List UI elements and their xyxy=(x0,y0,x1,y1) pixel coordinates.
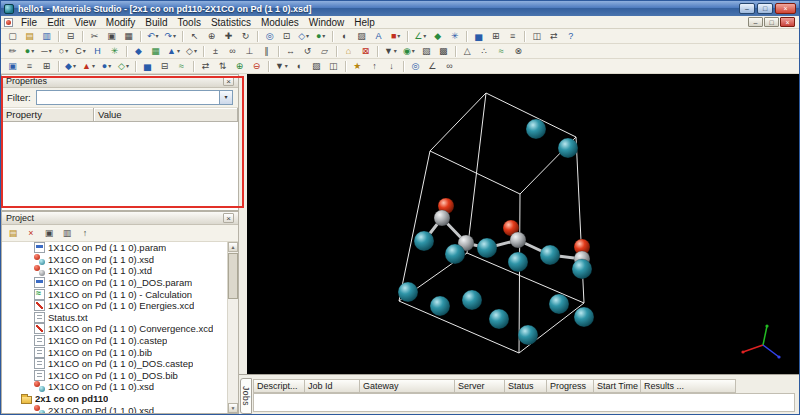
tree-item[interactable]: 1X1CO on Pd (1 1 0).xsd xyxy=(2,254,227,266)
tree-item[interactable]: 1X1CO on Pd (1 1 0) - Calculation xyxy=(2,288,227,300)
add-item-button[interactable]: ⊕ xyxy=(232,60,247,73)
more-tools-dropdown[interactable]: ▼▾ xyxy=(382,45,399,58)
grid-button[interactable]: ▨ xyxy=(309,60,324,73)
constraint-button[interactable]: ⊥ xyxy=(242,45,257,58)
text-viewer-button[interactable]: ≡ xyxy=(505,30,520,43)
bond-type-button[interactable]: ∞ xyxy=(225,45,240,58)
menu-window[interactable]: Window xyxy=(304,16,350,29)
tree-item[interactable]: 1X1CO on Pd (1 1 0) Convergence.xcd xyxy=(2,323,227,335)
forcite-dropdown[interactable]: ◇▾ xyxy=(116,60,131,73)
tree-item[interactable]: 2X1CO on Pd (1 1 0).xsd xyxy=(2,404,227,413)
menu-edit[interactable]: Edit xyxy=(42,16,69,29)
jobs-column-descript[interactable]: Descript... xyxy=(253,379,305,393)
pan-tool[interactable]: ✚ xyxy=(221,30,236,43)
tree-item[interactable]: Status.txt xyxy=(2,312,227,324)
scroll-down-icon[interactable]: ▼ xyxy=(228,403,238,413)
nanostructure-dropdown[interactable]: ▲▾ xyxy=(165,45,182,58)
child-restore-button[interactable]: □ xyxy=(764,17,779,27)
cut-button[interactable]: ✂ xyxy=(87,30,102,43)
clean-structure-button[interactable]: ✳ xyxy=(107,45,122,58)
tree-item[interactable]: 1X1CO on Pd (1 1 0).param xyxy=(2,242,227,254)
properties-panel-header[interactable]: Properties × xyxy=(2,75,238,88)
symmetry-button[interactable]: ◆ xyxy=(430,30,445,43)
new-document-button[interactable]: ▢ xyxy=(5,30,20,43)
geometry-button[interactable]: ∠ xyxy=(425,60,440,73)
menu-view[interactable]: View xyxy=(69,16,101,29)
print-button[interactable]: ⊟ xyxy=(63,30,78,43)
compare-button[interactable]: ⇄ xyxy=(198,60,213,73)
jobs-column-job-id[interactable]: Job Id xyxy=(305,379,360,393)
menu-statistics[interactable]: Statistics xyxy=(206,16,256,29)
title-bar[interactable]: hello1 - Materials Studio - [2x1 co on p… xyxy=(1,1,799,16)
copy-button[interactable]: ▣ xyxy=(104,30,119,43)
charge-button[interactable]: ± xyxy=(208,45,223,58)
jobs-column-results[interactable]: Results ... xyxy=(641,379,736,393)
label-button[interactable]: A xyxy=(371,30,386,43)
fragment-browser-button[interactable]: ⌂ xyxy=(341,45,356,58)
collapse-all-button[interactable]: ↑ xyxy=(77,226,93,240)
properties-close-icon[interactable]: × xyxy=(223,76,234,86)
value-column-header[interactable]: Value xyxy=(94,108,238,122)
filter-dropdown[interactable]: ▾ xyxy=(36,90,233,105)
layout-button[interactable]: ◫ xyxy=(326,60,341,73)
symmetry-dropdown[interactable]: ◇▾ xyxy=(184,45,199,58)
pattern-button[interactable]: ▧ xyxy=(419,45,434,58)
fit-view-button[interactable]: ⊡ xyxy=(279,30,294,43)
child-minimize-button[interactable]: – xyxy=(748,17,763,27)
help-button[interactable]: ? xyxy=(563,30,578,43)
lighting-button[interactable]: ◐ xyxy=(337,30,352,43)
tree-item[interactable]: 1X1CO on Pd (1 1 0)_DOS.bib xyxy=(2,370,227,382)
element-dropdown[interactable]: C▾ xyxy=(73,45,88,58)
bookmark-button[interactable]: ★ xyxy=(350,60,365,73)
surface-builder-button[interactable]: ▦ xyxy=(148,45,163,58)
analysis-chart-button[interactable]: ▅ xyxy=(140,60,155,73)
tree-item[interactable]: 1X1CO on Pd (1 1 0)_DOS.castep xyxy=(2,358,227,370)
property-column-header[interactable]: Property xyxy=(2,108,94,122)
delete-item-button[interactable]: × xyxy=(23,226,39,240)
rotate-fragment-tool[interactable]: ↺ xyxy=(300,45,315,58)
menu-help[interactable]: Help xyxy=(349,16,380,29)
plane-button[interactable]: ∥ xyxy=(259,45,274,58)
recenter-view-button[interactable]: ◎ xyxy=(262,30,277,43)
measure-tool[interactable]: ∴ xyxy=(477,45,492,58)
jobs-table-body[interactable] xyxy=(253,393,795,412)
jobs-tab[interactable]: Jobs xyxy=(240,378,252,414)
maximize-button[interactable]: □ xyxy=(757,3,773,14)
minimize-button[interactable]: – xyxy=(739,3,755,14)
open-document-button[interactable]: ▤ xyxy=(22,30,37,43)
child-close-button[interactable]: × xyxy=(780,17,795,27)
tree-item[interactable]: 2x1 co on pd110 xyxy=(2,393,227,405)
chart-viewer-button[interactable]: ▅ xyxy=(471,30,486,43)
menu-tools[interactable]: Tools xyxy=(173,16,206,29)
translate-tool[interactable]: ↔ xyxy=(283,45,298,58)
spectrum-button[interactable]: ≈ xyxy=(174,60,189,73)
periodic-button[interactable]: ∞ xyxy=(442,60,457,73)
sketch-tool[interactable]: ✏ xyxy=(5,45,20,58)
menu-modules[interactable]: Modules xyxy=(256,16,304,29)
display-style-dropdown[interactable]: ●▾ xyxy=(313,30,328,43)
dmol3-dropdown[interactable]: ●▾ xyxy=(99,60,114,73)
rotate-view-tool[interactable]: ↻ xyxy=(238,30,253,43)
castep-dropdown[interactable]: ▲▾ xyxy=(80,60,97,73)
target-button[interactable]: ◎ xyxy=(408,60,423,73)
lattice-button[interactable]: ▩ xyxy=(436,45,451,58)
copy-item-button[interactable]: ▣ xyxy=(41,226,57,240)
job-queue-button[interactable]: ⊞ xyxy=(39,60,54,73)
new-folder-button[interactable]: ▤ xyxy=(5,226,21,240)
paste-button[interactable]: ▦ xyxy=(121,30,136,43)
delete-button[interactable]: ⊠ xyxy=(358,45,373,58)
measure-change-dropdown[interactable]: ∠▾ xyxy=(412,30,428,43)
selection-tool[interactable]: ↖ xyxy=(187,30,202,43)
project-scrollbar[interactable]: ▲ ▼ xyxy=(227,242,238,413)
depth-cue-button[interactable]: ▨ xyxy=(354,30,369,43)
undo-button[interactable]: ↶▾ xyxy=(145,30,161,43)
tree-item[interactable]: 1X1CO on Pd (1 1 0)_DOS.param xyxy=(2,277,227,289)
view-direction-dropdown[interactable]: ◇▾ xyxy=(296,30,311,43)
tree-item[interactable]: 1X1CO on Pd (1 1 0).xtd xyxy=(2,265,227,277)
close-fragment-button[interactable]: ⊗ xyxy=(511,45,526,58)
scrollbar-thumb[interactable] xyxy=(228,253,238,299)
scroll-up-icon[interactable]: ▲ xyxy=(228,242,238,252)
adjust-hydrogen-button[interactable]: H xyxy=(90,45,105,58)
color-dropdown[interactable]: ■▾ xyxy=(388,30,403,43)
structure-3d-view[interactable] xyxy=(247,74,800,374)
